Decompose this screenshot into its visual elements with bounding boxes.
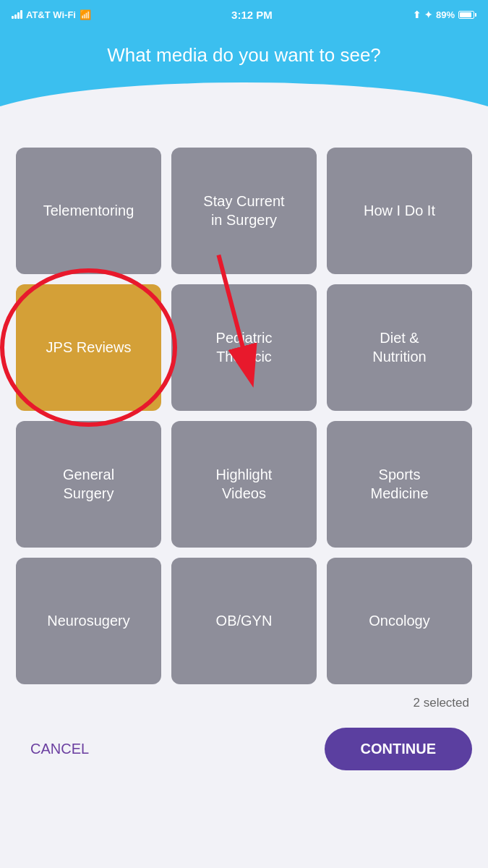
telementoring-label: Telementoring [43, 201, 134, 220]
cell-sports-medicine: SportsMedicine [327, 421, 472, 548]
cancel-button[interactable]: CANCEL [16, 733, 103, 765]
footer-area: 2 selected [0, 684, 488, 710]
header: What media do you want to see? [0, 29, 488, 126]
status-bar: AT&T Wi-Fi 📶 3:12 PM ⬆ ✦ 89% [0, 0, 488, 29]
selected-count: 2 selected [16, 696, 472, 710]
grid-item-telementoring[interactable]: Telementoring [16, 148, 161, 274]
grid-item-general-surgery[interactable]: GeneralSurgery [16, 421, 161, 548]
grid-item-jps-reviews[interactable]: JPS Reviews [16, 284, 161, 411]
battery-label: 89% [436, 9, 455, 20]
grid-item-diet-nutrition[interactable]: Diet &Nutrition [327, 284, 472, 411]
status-right: ⬆ ✦ 89% [413, 9, 476, 20]
location-icon: ⬆ [413, 9, 421, 20]
grid-item-sports-medicine[interactable]: SportsMedicine [327, 421, 472, 548]
grid-item-ob-gyn[interactable]: OB/GYN [171, 558, 317, 684]
continue-button[interactable]: CONTINUE [325, 728, 472, 770]
neurosurgery-label: Neurosugery [47, 611, 130, 630]
sports-medicine-label: SportsMedicine [370, 465, 428, 503]
wifi-icon: 📶 [80, 9, 91, 20]
ob-gyn-label: OB/GYN [216, 611, 273, 630]
grid-item-neurosurgery[interactable]: Neurosugery [16, 558, 161, 684]
status-left: AT&T Wi-Fi 📶 [12, 9, 91, 20]
cell-neurosurgery: Neurosugery [16, 558, 161, 684]
grid-item-pediatric-thoracic[interactable]: PediatricThoracic [171, 284, 317, 411]
cell-stay-current: Stay Currentin Surgery [171, 148, 317, 274]
battery-icon [458, 11, 476, 19]
pediatric-thoracic-label: PediatricThoracic [216, 328, 273, 366]
cell-how-i-do-it: How I Do It [327, 148, 472, 274]
bottom-buttons: CANCEL CONTINUE [0, 720, 488, 792]
signal-icon [12, 10, 22, 19]
media-grid: Telementoring Stay Currentin Surgery How… [16, 148, 472, 684]
grid-item-stay-current[interactable]: Stay Currentin Surgery [171, 148, 317, 274]
time-label: 3:12 PM [231, 9, 273, 21]
cell-oncology: Oncology [327, 558, 472, 684]
grid-item-highlight-videos[interactable]: HighlightVideos [171, 421, 317, 548]
jps-reviews-label: JPS Reviews [46, 338, 132, 357]
grid-item-oncology[interactable]: Oncology [327, 558, 472, 684]
cell-highlight-videos: HighlightVideos [171, 421, 317, 548]
cell-pediatric-thoracic: PediatricThoracic [171, 284, 317, 411]
stay-current-label: Stay Currentin Surgery [203, 192, 284, 229]
cell-ob-gyn: OB/GYN [171, 558, 317, 684]
carrier-label: AT&T Wi-Fi [26, 9, 76, 20]
cell-telementoring: Telementoring [16, 148, 161, 274]
page-title: What media do you want to see? [22, 43, 466, 68]
bluetooth-icon: ✦ [424, 9, 432, 20]
cell-jps-reviews: JPS Reviews [16, 284, 161, 411]
general-surgery-label: GeneralSurgery [63, 465, 114, 503]
how-i-do-it-label: How I Do It [364, 201, 435, 220]
diet-nutrition-label: Diet &Nutrition [372, 328, 426, 366]
cell-diet-nutrition: Diet &Nutrition [327, 284, 472, 411]
cell-general-surgery: GeneralSurgery [16, 421, 161, 548]
main-content: Telementoring Stay Currentin Surgery How… [0, 126, 488, 684]
grid-wrapper: Telementoring Stay Currentin Surgery How… [16, 148, 472, 684]
oncology-label: Oncology [369, 611, 430, 630]
highlight-videos-label: HighlightVideos [216, 465, 273, 503]
grid-item-how-i-do-it[interactable]: How I Do It [327, 148, 472, 274]
